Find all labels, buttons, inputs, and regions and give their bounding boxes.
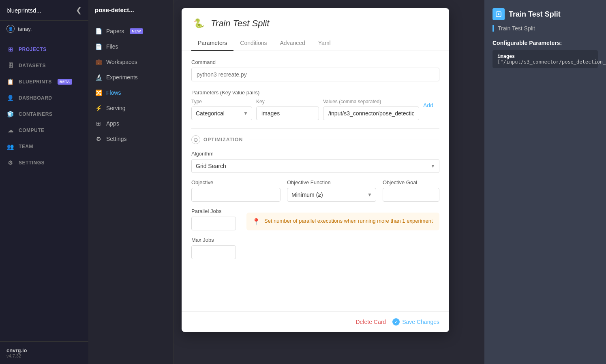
param-type-label: Type <box>191 99 252 104</box>
serving-label: Serving <box>106 105 125 111</box>
settings-label: SETTINGS <box>19 160 45 166</box>
experiments-icon: 🔬 <box>95 74 102 81</box>
papers-label: Papers <box>106 28 124 34</box>
param-value-input[interactable] <box>323 106 419 120</box>
blueprints-icon: 📋 <box>6 78 15 86</box>
objective-input[interactable] <box>191 188 281 202</box>
containers-label: CONTAINERS <box>19 111 52 117</box>
info-icon: 📍 <box>252 218 260 226</box>
sidebar-item-datasets[interactable]: 🗄 DATASETS <box>0 57 88 74</box>
second-sidebar-item-apps[interactable]: ⊞ Apps <box>88 116 173 131</box>
modal-icon: 🐍 <box>191 16 206 31</box>
settings2-icon: ⚙ <box>95 135 102 143</box>
svg-point-1 <box>498 13 499 15</box>
algorithm-row: Algorithm Grid Search Random Search Baye… <box>191 151 439 173</box>
command-label: Command <box>191 59 439 65</box>
save-icon: ✓ <box>392 318 400 326</box>
params-label: Parameters (Key value pairs) <box>191 89 439 96</box>
add-button[interactable]: Add <box>423 99 433 109</box>
objective-goal-input[interactable] <box>383 188 439 202</box>
sidebar-item-team[interactable]: 👥 TEAM <box>0 138 88 155</box>
sidebar-item-compute[interactable]: ☁ COMPUTE <box>0 122 88 138</box>
files-icon: 📄 <box>95 43 102 50</box>
parallel-jobs-input[interactable] <box>191 217 236 230</box>
dashboard-icon: 👤 <box>6 94 15 102</box>
objective-function-label: Objective Function <box>287 179 376 185</box>
right-panel-title: Train Test Split <box>509 10 561 19</box>
optimization-title: OPTIMIZATION <box>203 137 243 143</box>
command-section: Command <box>191 59 439 81</box>
sidebar-nav: ⊞ PROJECTS 🗄 DATASETS 📋 BLUEPRINTS BETA … <box>0 37 88 341</box>
compute-label: COMPUTE <box>19 128 45 133</box>
papers-badge: NEW <box>130 28 143 34</box>
objective-col: Objective <box>191 179 281 202</box>
main-area: 🐍 Train Test Split Parameters Conditions… <box>173 0 606 364</box>
modal-body: Command Parameters (Key value pairs) Typ… <box>182 51 449 311</box>
algorithm-col: Algorithm Grid Search Random Search Baye… <box>191 151 439 173</box>
modal-tabs: Parameters Conditions Advanced Yaml <box>182 36 449 51</box>
sidebar-item-dashboard[interactable]: 👤 DASHBOARD <box>0 90 88 106</box>
second-sidebar-item-papers[interactable]: 📄 Papers NEW <box>88 23 173 39</box>
files-label: Files <box>106 43 118 50</box>
param-add-col: Add <box>423 99 439 109</box>
max-jobs-input[interactable] <box>191 245 236 259</box>
second-sidebar-item-workspaces[interactable]: 💼 Workspaces <box>88 54 173 70</box>
sidebar-header: blueprintsd... ❮ <box>0 0 88 21</box>
param-type-select[interactable]: Categorical Numerical <box>191 106 252 120</box>
objective-function-col: Objective Function Minimum (≥) Maximum (… <box>287 179 376 202</box>
param-type-select-wrapper: Categorical Numerical ▼ <box>191 106 252 120</box>
projects-label: PROJECTS <box>19 47 47 52</box>
algorithm-select-wrapper: Grid Search Random Search Bayesian ▼ <box>191 159 439 173</box>
params-section: Parameters (Key value pairs) Type Catego… <box>191 89 439 120</box>
right-panel-param-value: ["/input/s3_connector/pose_detection_dat… <box>497 59 606 65</box>
username: tanay. <box>18 26 32 32</box>
team-icon: 👥 <box>6 143 15 151</box>
objective-goal-label: Objective Goal <box>383 179 439 185</box>
tab-parameters[interactable]: Parameters <box>191 36 233 51</box>
command-input[interactable] <box>191 68 439 81</box>
parallel-jobs-row: Parallel Jobs 📍 Set number of parallel e… <box>191 208 439 230</box>
tab-conditions[interactable]: Conditions <box>233 36 273 51</box>
info-box: 📍 Set number of parallel executions when… <box>246 213 439 230</box>
sidebar-item-blueprints[interactable]: 📋 BLUEPRINTS BETA <box>0 74 88 90</box>
sidebar-item-settings[interactable]: ⚙ SETTINGS <box>0 155 88 171</box>
right-panel-param-name: images <box>497 53 515 59</box>
optimization-toggle[interactable]: ⊖ <box>191 135 200 144</box>
left-sidebar: blueprintsd... ❮ 👤 tanay. ⊞ PROJECTS 🗄 D… <box>0 0 88 364</box>
papers-icon: 📄 <box>95 28 102 35</box>
projects-icon: ⊞ <box>6 45 15 53</box>
tab-yaml[interactable]: Yaml <box>312 36 337 51</box>
second-sidebar-item-flows[interactable]: 🔀 Flows <box>88 85 173 100</box>
second-sidebar-item-files[interactable]: 📄 Files <box>88 39 173 54</box>
second-sidebar-item-experiments[interactable]: 🔬 Experiments <box>88 70 173 85</box>
algorithm-select[interactable]: Grid Search Random Search Bayesian <box>191 159 439 173</box>
second-sidebar: pose-detect... 📄 Papers NEW 📄 Files 💼 Wo… <box>88 0 173 364</box>
objective-function-select[interactable]: Minimum (≥) Maximum (≤) <box>287 188 376 202</box>
user-section: 👤 tanay. <box>0 21 88 37</box>
params-row: Type Categorical Numerical ▼ Key <box>191 99 439 120</box>
second-sidebar-item-serving[interactable]: ⚡ Serving <box>88 100 173 116</box>
datasets-label: DATASETS <box>19 63 46 68</box>
delete-card-button[interactable]: Delete Card <box>355 319 386 325</box>
second-sidebar-header: pose-detect... <box>88 0 173 20</box>
param-key-label: Key <box>256 99 319 104</box>
save-changes-button[interactable]: ✓ Save Changes <box>392 318 439 326</box>
sidebar-item-projects[interactable]: ⊞ PROJECTS <box>0 41 88 57</box>
user-icon: 👤 <box>6 25 15 33</box>
optimization-section: ⊖ OPTIMIZATION Algorithm Grid Search Ran… <box>191 128 439 259</box>
right-panel: Train Test Split Train Test Split Config… <box>484 0 606 364</box>
collapse-button[interactable]: ❮ <box>76 6 82 15</box>
right-panel-icon <box>493 8 505 20</box>
second-sidebar-item-settings[interactable]: ⚙ Settings <box>88 131 173 147</box>
modal-header: 🐍 Train Test Split <box>182 8 449 31</box>
sidebar-item-containers[interactable]: 🧊 CONTAINERS <box>0 106 88 122</box>
datasets-icon: 🗄 <box>6 62 15 70</box>
tab-advanced[interactable]: Advanced <box>274 36 312 51</box>
flows-icon: 🔀 <box>95 89 102 96</box>
param-key-input[interactable] <box>256 106 319 120</box>
serving-icon: ⚡ <box>95 104 102 112</box>
dashboard-label: DASHBOARD <box>19 95 52 101</box>
param-values-label: Values (comma separated) <box>323 99 419 104</box>
right-panel-subtitle: Train Test Split <box>493 25 598 32</box>
second-sidebar-items: 📄 Papers NEW 📄 Files 💼 Workspaces 🔬 Expe… <box>88 20 173 150</box>
